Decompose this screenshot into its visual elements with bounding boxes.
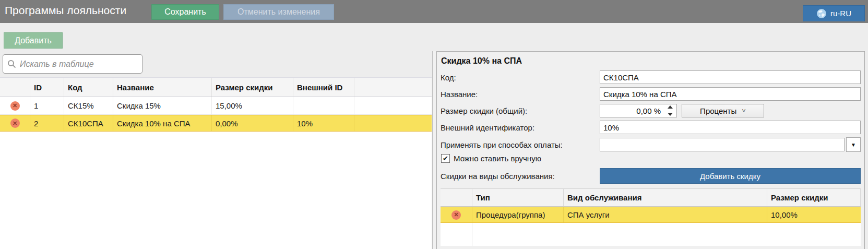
table-row[interactable]: ✕ 1 СК15% Скидка 15% 15,00% [0, 97, 432, 115]
header-code[interactable]: Код [64, 78, 113, 97]
manual-checkbox-check: ✔ [443, 155, 448, 162]
service-table-row-selected[interactable]: ✕ Процедура(группа) СПА услуги 10,00% [441, 207, 861, 223]
top-bar: Программы лояльности Сохранить Отменить … [0, 0, 868, 23]
delete-row-icon[interactable]: ✕ [10, 118, 20, 128]
header-id[interactable]: ID [30, 78, 64, 97]
header-name[interactable]: Название [113, 78, 212, 97]
name-field[interactable] [600, 87, 861, 101]
page-title: Программы лояльности [5, 4, 126, 17]
discount-unit-dropdown[interactable]: Проценты ˅ [682, 104, 764, 117]
cell-id: 2 [30, 115, 64, 131]
delete-row-icon[interactable]: ✕ [10, 101, 20, 111]
code-field[interactable] [600, 70, 861, 84]
service-table-header: Тип Вид обслуживания Размер скидки [441, 188, 861, 207]
cell-discount: 15,00% [212, 97, 293, 114]
discount-unit-value: Проценты [700, 106, 736, 115]
header-delete-col [0, 78, 30, 97]
locale-label: ru-RU [830, 9, 851, 18]
cancel-changes-button[interactable]: Отменить изменения [223, 4, 334, 20]
header-filler [354, 78, 432, 97]
service-cell-type: Процедура(группа) [472, 207, 564, 222]
spin-down-icon[interactable] [668, 113, 673, 116]
search-input[interactable] [20, 60, 138, 69]
manual-apply-checkbox[interactable]: ✔ [441, 154, 450, 163]
cell-id: 1 [30, 97, 64, 114]
panel-title: Скидка 10% на СПА [441, 56, 861, 66]
globe-icon [816, 8, 827, 19]
add-discount-button[interactable]: Добавить скидку [600, 168, 861, 184]
service-header-type[interactable]: Тип [472, 189, 564, 206]
cell-name: Скидка 15% [113, 97, 212, 114]
name-label: Название: [441, 90, 600, 99]
spinner-arrows[interactable] [668, 105, 674, 116]
search-icon [7, 60, 16, 68]
table-row-selected[interactable]: ✕ 2 СК10СПА Скидка 10% на СПА 0,00% 10% [0, 115, 432, 132]
add-button[interactable]: Добавить [4, 32, 63, 49]
service-cell-service: СПА услуги [564, 207, 767, 222]
service-header-delete-col [441, 189, 472, 206]
discount-size-field[interactable] [600, 104, 677, 117]
payment-methods-field[interactable] [600, 138, 845, 151]
payment-methods-dropdown-button[interactable]: ▼ [846, 137, 861, 152]
service-discounts-label: Скидки на виды обслуживания: [441, 172, 600, 181]
cell-external-id [293, 97, 354, 114]
loyalty-table: ID Код Название Размер скидки Внешний ID… [0, 77, 432, 249]
service-table-empty-area [441, 223, 861, 246]
payment-methods-label: Применять при способах оплаты: [441, 140, 600, 149]
locale-button[interactable]: ru-RU [803, 5, 865, 21]
service-cell-discount: 10,00% [767, 207, 861, 222]
external-id-label: Внешний идентификатор: [441, 123, 600, 132]
discount-size-label: Размер скидки (общий): [441, 106, 600, 115]
manual-apply-label: Можно ставить вручную [454, 154, 541, 163]
dropdown-arrow-icon: ▼ [851, 142, 856, 148]
code-label: Код: [441, 73, 600, 82]
cell-code: СК10СПА [64, 115, 113, 131]
cell-name: Скидка 10% на СПА [113, 115, 212, 131]
header-discount[interactable]: Размер скидки [212, 78, 293, 97]
service-header-service[interactable]: Вид обслуживания [564, 189, 767, 206]
delete-service-row-icon[interactable]: ✕ [451, 210, 461, 220]
service-header-discount[interactable]: Размер скидки [767, 189, 861, 206]
service-discounts-table: Тип Вид обслуживания Размер скидки ✕ Про… [441, 188, 861, 246]
discount-size-spinner [600, 104, 677, 117]
discount-detail-panel: Скидка 10% на СПА Код: Название: Размер … [436, 51, 865, 249]
chevron-down-icon: ˅ [742, 107, 746, 115]
cell-code: СК15% [64, 97, 113, 114]
cell-discount: 0,00% [212, 115, 293, 131]
save-button[interactable]: Сохранить [151, 4, 219, 20]
table-header-row: ID Код Название Размер скидки Внешний ID [0, 77, 432, 97]
external-id-field[interactable] [600, 121, 861, 134]
header-external-id[interactable]: Внешний ID [293, 78, 354, 97]
table-search [3, 54, 142, 74]
spin-up-icon[interactable] [668, 105, 673, 109]
panel-splitter[interactable] [432, 51, 436, 249]
cell-external-id: 10% [293, 115, 354, 131]
